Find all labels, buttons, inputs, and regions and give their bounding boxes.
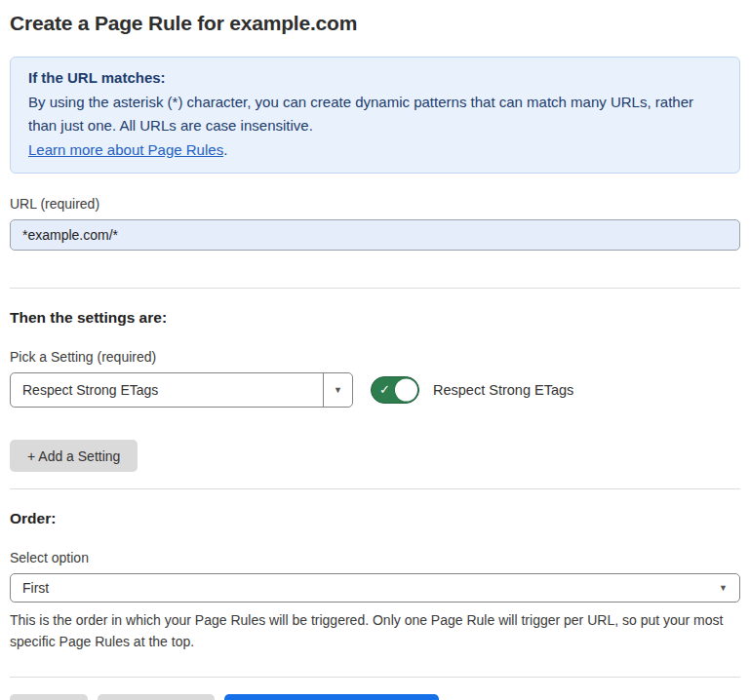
setting-toggle-group: ✓ Respect Strong ETags [371,376,573,404]
setting-row: Respect Strong ETags ▼ ✓ Respect Strong … [10,372,740,408]
order-help-text: This is the order in which your Page Rul… [10,609,740,652]
link-suffix: . [223,141,227,158]
setting-toggle-label: Respect Strong ETags [433,382,573,398]
setting-toggle[interactable]: ✓ [371,376,419,404]
order-select-label: Select option [10,550,740,565]
divider-url-settings [10,288,740,289]
settings-section-heading: Then the settings are: [10,309,740,327]
url-field-label: URL (required) [10,196,740,212]
info-box-heading: If the URL matches: [28,66,722,91]
create-page-rule-form: Create a Page Rule for example.com If th… [0,0,750,700]
order-select[interactable]: First ▼ [10,573,740,603]
url-input[interactable] [10,219,740,251]
learn-more-link[interactable]: Learn more about Page Rules [28,141,223,158]
divider-actions [10,677,740,678]
setting-dropdown-value: Respect Strong ETags [11,373,323,407]
page-title: Create a Page Rule for example.com [10,12,740,35]
check-icon: ✓ [379,382,390,397]
chevron-down-icon[interactable]: ▼ [323,373,352,407]
add-setting-button[interactable]: + Add a Setting [10,440,138,472]
setting-picker-label: Pick a Setting (required) [10,349,740,365]
info-box-link-line: Learn more about Page Rules. [28,138,722,163]
save-as-draft-button[interactable]: Save as Draft [98,694,216,700]
url-match-info-box: If the URL matches: By using the asteris… [10,57,740,174]
divider-settings-order [10,488,740,489]
form-actions: Cancel Save as Draft Save and Deploy Pag… [10,694,740,700]
toggle-knob [395,379,417,402]
save-and-deploy-button[interactable]: Save and Deploy Page Rule [224,694,439,700]
order-select-value: First [22,580,719,596]
cancel-button[interactable]: Cancel [10,694,88,700]
order-section-heading: Order: [10,510,740,527]
info-box-body: By using the asterisk (*) character, you… [28,91,722,138]
setting-dropdown[interactable]: Respect Strong ETags ▼ [10,372,353,408]
chevron-down-icon: ▼ [719,583,728,593]
